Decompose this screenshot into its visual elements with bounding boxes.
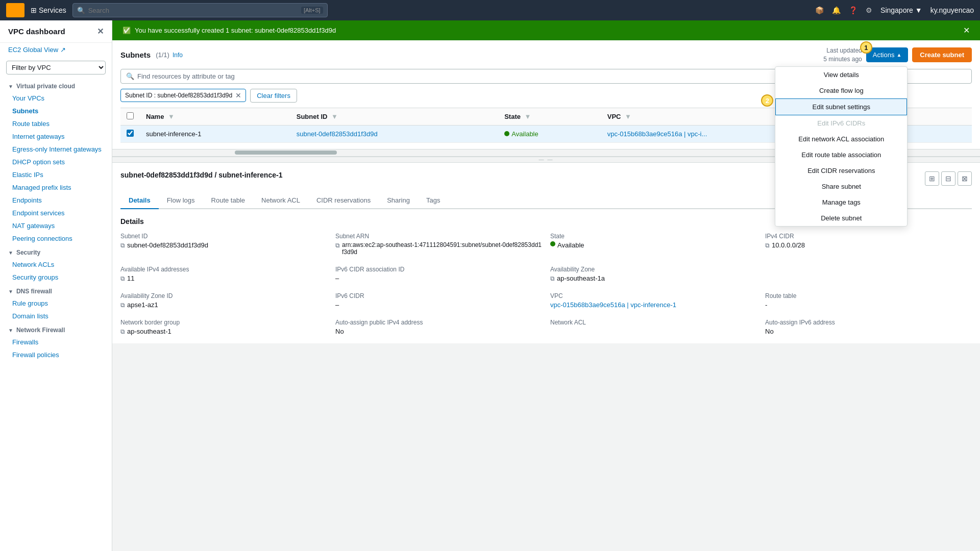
sidebar-item-peering[interactable]: Peering connections	[0, 232, 112, 245]
nav-services[interactable]: ⊞ Services	[31, 6, 66, 14]
tab-cidr-reservations[interactable]: CIDR reservations	[308, 192, 379, 209]
ec2-global-view-link[interactable]: EC2 Global View ↗	[0, 43, 112, 57]
subnets-panel: Subnets (1/1) Info Last updated 5 minute…	[112, 40, 980, 149]
tab-route-table[interactable]: Route table	[203, 192, 254, 209]
dropdown-create-flow-log[interactable]: Create flow log	[775, 83, 907, 98]
copy-icon-ipv4[interactable]: ⧉	[765, 242, 770, 249]
tab-sharing[interactable]: Sharing	[379, 192, 418, 209]
dropdown-edit-subnet-settings[interactable]: Edit subnet settings	[775, 98, 907, 115]
create-subnet-button[interactable]: Create subnet	[912, 47, 972, 62]
field-auto-assign-ipv4: Auto-assign public IPv4 address No	[335, 319, 542, 335]
copy-icon-az-id[interactable]: ⧉	[120, 302, 125, 309]
vpc-detail-link[interactable]: vpc-015b68b3ae9ce516a | vpc-inference-1	[550, 301, 676, 309]
region-selector[interactable]: Singapore ▼	[880, 6, 922, 14]
clear-filters-button[interactable]: Clear filters	[250, 89, 297, 103]
search-shortcut: [Alt+S]	[301, 7, 323, 14]
notification-icon[interactable]: 📦	[815, 6, 824, 14]
row-checkbox[interactable]	[127, 130, 134, 137]
sidebar-header: VPC dashboard ✕	[0, 20, 112, 43]
sidebar-item-your-vpcs[interactable]: Your VPCs	[0, 92, 112, 105]
select-all-checkbox[interactable]	[127, 112, 134, 119]
dropdown-delete-subnet[interactable]: Delete subnet	[775, 210, 907, 226]
chevron-down-icon: ▼	[8, 84, 13, 89]
field-ipv6-assoc: IPv6 CIDR association ID –	[335, 266, 542, 282]
banner-close-button[interactable]: ✕	[963, 26, 970, 35]
copy-icon-arn[interactable]: ⧉	[335, 242, 340, 249]
bell-icon[interactable]: 🔔	[832, 6, 841, 14]
filter-chip-remove[interactable]: ✕	[235, 91, 241, 99]
copy-icon-az[interactable]: ⧉	[550, 275, 555, 282]
sidebar-item-prefix-lists[interactable]: Managed prefix lists	[0, 181, 112, 194]
search-placeholder: Find resources by attribute or tag	[137, 72, 235, 80]
vpc-link[interactable]: vpc-015b68b3ae9ce516a | vpc-i...	[607, 130, 707, 138]
sidebar-item-endpoint-services[interactable]: Endpoint services	[0, 207, 112, 219]
dropdown-share-subnet[interactable]: Share subnet	[775, 179, 907, 194]
cell-name: subnet-inference-1	[140, 125, 290, 142]
sidebar-item-network-acls[interactable]: Network ACLs	[0, 258, 112, 271]
last-updated: Last updated 5 minutes ago	[823, 46, 862, 64]
search-input[interactable]	[88, 7, 298, 14]
search-bar[interactable]: 🔍 [Alt+S]	[72, 3, 328, 17]
panel-icon-collapse[interactable]: ⊠	[958, 171, 972, 186]
detail-panel-title: subnet-0def82853dd1f3d9d / subnet-infere…	[120, 171, 282, 179]
sidebar-item-endpoints[interactable]: Endpoints	[0, 194, 112, 207]
dropdown-view-details[interactable]: View details	[775, 67, 907, 83]
sidebar-item-dhcp[interactable]: DHCP option sets	[0, 156, 112, 168]
sidebar-item-rule-groups[interactable]: Rule groups	[0, 297, 112, 310]
copy-icon-avipv4[interactable]: ⧉	[120, 275, 125, 282]
sidebar-item-nat-gateways[interactable]: NAT gateways	[0, 219, 112, 232]
filter-vpc[interactable]: Filter by VPC	[0, 57, 112, 79]
cell-subnet-id: subnet-0def82853dd1f3d9d	[290, 125, 498, 142]
sidebar-item-elastic-ips[interactable]: Elastic IPs	[0, 168, 112, 181]
field-available-ipv4: Available IPv4 addresses ⧉ 11	[120, 266, 327, 282]
tab-flow-logs[interactable]: Flow logs	[159, 192, 203, 209]
subnet-id-link[interactable]: subnet-0def82853dd1f3d9d	[297, 130, 378, 138]
filter-chip-label: Subnet ID : subnet-0def82853dd1f3d9d	[125, 92, 232, 99]
sidebar-title: VPC dashboard	[8, 27, 65, 36]
tab-details[interactable]: Details	[120, 192, 159, 209]
chevron-down-icon-security: ▼	[8, 250, 13, 256]
tab-tags[interactable]: Tags	[418, 192, 448, 209]
sidebar-item-domain-lists[interactable]: Domain lists	[0, 310, 112, 322]
dropdown-edit-route-table[interactable]: Edit route table association	[775, 147, 907, 163]
chevron-down-icon-dns: ▼	[8, 289, 13, 294]
dropdown-edit-ipv6-cidrs: Edit IPv6 CIDRs	[775, 115, 907, 131]
tab-network-acl[interactable]: Network ACL	[253, 192, 308, 209]
panel-icon-expand[interactable]: ⊞	[925, 171, 939, 186]
panel-count: (1/1)	[156, 51, 169, 59]
field-ipv4-cidr: IPv4 CIDR ⧉ 10.0.0.0/28	[765, 233, 972, 256]
settings-icon[interactable]: ⚙	[866, 6, 872, 14]
sidebar-item-internet-gateways[interactable]: Internet gateways	[0, 130, 112, 143]
panel-icon-split[interactable]: ⊟	[941, 171, 955, 186]
sidebar-item-security-groups[interactable]: Security groups	[0, 271, 112, 284]
sidebar-item-egress-gateways[interactable]: Egress-only Internet gateways	[0, 143, 112, 156]
sidebar-item-firewalls[interactable]: Firewalls	[0, 336, 112, 348]
sidebar-section-vpc[interactable]: ▼ Virtual private cloud	[0, 79, 112, 92]
sidebar-item-subnets[interactable]: Subnets	[0, 105, 112, 117]
sidebar-close-button[interactable]: ✕	[97, 27, 104, 36]
step-badge-1: 1	[860, 41, 872, 54]
sidebar-item-firewall-policies[interactable]: Firewall policies	[0, 348, 112, 361]
dropdown-edit-cidr-reservations[interactable]: Edit CIDR reservations	[775, 163, 907, 179]
sidebar-section-dns-firewall[interactable]: ▼ DNS firewall	[0, 284, 112, 297]
scrollbar-thumb	[235, 151, 337, 155]
copy-icon[interactable]: ⧉	[120, 242, 125, 249]
vpc-filter-select[interactable]: Filter by VPC	[6, 61, 106, 74]
username[interactable]: ky.nguyencao	[930, 6, 974, 14]
grid-icon: ⊞	[31, 6, 37, 14]
copy-icon-nbg[interactable]: ⧉	[120, 328, 125, 335]
help-icon[interactable]: ❓	[849, 6, 857, 14]
field-subnet-id: Subnet ID ⧉ subnet-0def82853dd1f3d9d	[120, 233, 327, 256]
sidebar-section-network-firewall[interactable]: ▼ Network Firewall	[0, 322, 112, 336]
dropdown-edit-network-acl[interactable]: Edit network ACL association	[775, 131, 907, 147]
success-message: You have successfully created 1 subnet: …	[135, 27, 336, 34]
actions-button[interactable]: Actions ▲ View details Create flow log 2…	[866, 47, 909, 62]
panel-title: Subnets	[120, 51, 151, 59]
dropdown-manage-tags[interactable]: Manage tags	[775, 194, 907, 210]
top-nav: aws ⊞ Services 🔍 [Alt+S] 📦 🔔 ❓ ⚙ Singapo…	[0, 0, 980, 20]
sidebar-item-route-tables[interactable]: Route tables	[0, 117, 112, 130]
actions-dropdown: View details Create flow log 2 Edit subn…	[775, 66, 908, 227]
field-route-table: Route table -	[765, 292, 972, 309]
sidebar-section-security[interactable]: ▼ Security	[0, 245, 112, 258]
info-link[interactable]: Info	[173, 52, 183, 59]
